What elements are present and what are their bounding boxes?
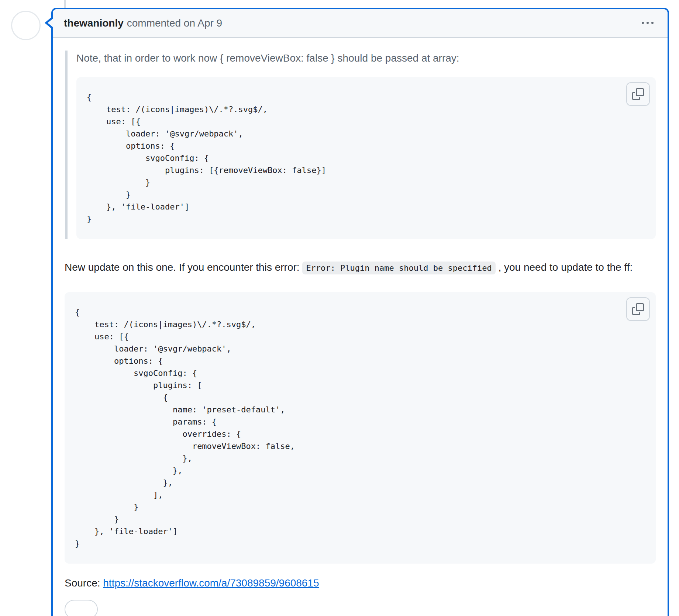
comment-card: thewanionly commented on Apr 9 Note, tha… xyxy=(51,8,669,616)
copy-code-1-button[interactable] xyxy=(626,82,650,106)
code-block-1-content: { test: /(icons|images)\/.*?.svg$/, use:… xyxy=(87,91,645,225)
comment-header: thewanionly commented on Apr 9 xyxy=(53,9,668,38)
update-text-after: , you need to update to the ff: xyxy=(496,262,633,273)
author-link[interactable]: thewanionly xyxy=(64,17,124,29)
copy-icon xyxy=(632,88,644,100)
quote-text: Note, that in order to work now { remove… xyxy=(76,51,656,66)
source-label: Source: xyxy=(65,577,103,589)
copy-icon xyxy=(632,303,644,315)
inline-code-error: Error: Plugin name should be specified xyxy=(302,262,495,274)
kebab-horizontal-icon xyxy=(642,17,654,29)
update-paragraph: New update on this one. If you encounter… xyxy=(65,260,656,276)
page-canvas: thewanionly commented on Apr 9 Note, tha… xyxy=(0,0,679,616)
code-block-1: { test: /(icons|images)\/.*?.svg$/, use:… xyxy=(76,77,656,239)
add-reaction-button[interactable] xyxy=(65,600,98,616)
update-text-before: New update on this one. If you encounter… xyxy=(65,262,302,273)
code-block-2: { test: /(icons|images)\/.*?.svg$/, use:… xyxy=(65,292,656,564)
comment-body: Note, that in order to work now { remove… xyxy=(53,38,668,616)
comment-caret-icon-inner xyxy=(48,18,53,27)
comment-action-text: commented on Apr 9 xyxy=(127,17,222,29)
blockquote: Note, that in order to work now { remove… xyxy=(65,51,656,239)
copy-code-2-button[interactable] xyxy=(626,297,650,321)
comment-options-button[interactable] xyxy=(639,14,656,32)
code-block-2-content: { test: /(icons|images)\/.*?.svg$/, use:… xyxy=(75,306,645,550)
source-link[interactable]: https://stackoverflow.com/a/73089859/960… xyxy=(103,577,319,589)
source-line: Source: https://stackoverflow.com/a/7308… xyxy=(65,575,656,591)
avatar[interactable] xyxy=(11,11,41,40)
